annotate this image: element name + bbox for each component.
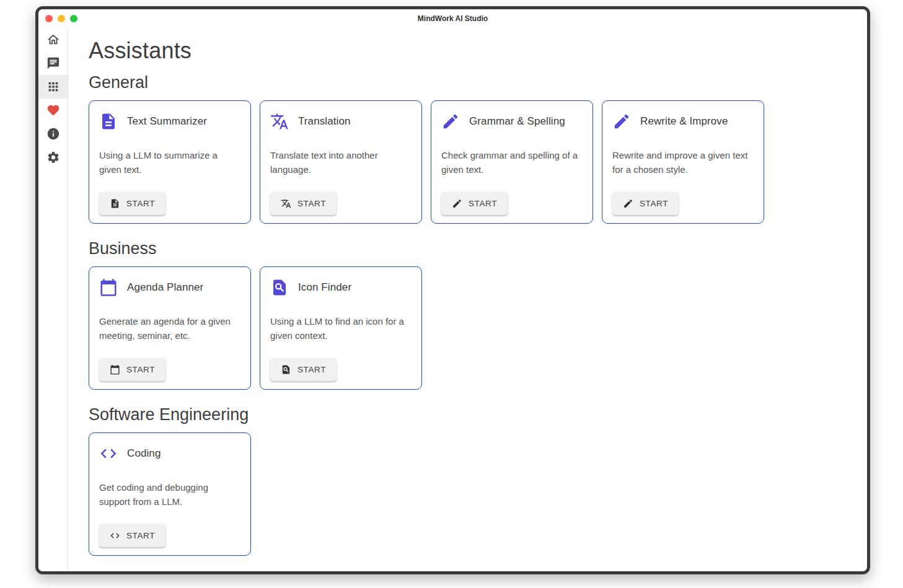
card-title: Grammar & Spelling bbox=[469, 115, 565, 128]
assistant-card-icon-finder: Icon FinderUsing a LLM to find an icon f… bbox=[260, 266, 422, 390]
section-title: Business bbox=[89, 239, 855, 258]
card-title: Icon Finder bbox=[298, 281, 351, 294]
start-button-label: START bbox=[126, 199, 155, 208]
start-button-label: START bbox=[297, 365, 326, 374]
start-button-label: START bbox=[297, 199, 326, 208]
heart-icon bbox=[46, 103, 60, 117]
card-header: Translation bbox=[270, 112, 412, 131]
assistant-card-translation: TranslationTranslate text into another l… bbox=[260, 100, 422, 224]
pencil-icon bbox=[452, 198, 462, 209]
start-button[interactable]: START bbox=[99, 358, 165, 381]
card-header: Rewrite & Improve bbox=[612, 112, 754, 131]
title-bar: MindWork AI Studio bbox=[38, 9, 867, 28]
section-general: GeneralText SummarizerUsing a LLM to sum… bbox=[89, 73, 855, 224]
start-button[interactable]: START bbox=[99, 192, 165, 215]
code-icon bbox=[110, 530, 120, 541]
card-description: Using a LLM to summarize a given text. bbox=[99, 149, 240, 177]
card-description: Rewrite and improve a given text for a c… bbox=[612, 149, 754, 177]
sidebar bbox=[38, 28, 68, 571]
section-title: Software Engineering bbox=[89, 405, 855, 424]
start-button[interactable]: START bbox=[270, 192, 337, 215]
main-content: Assistants GeneralText SummarizerUsing a… bbox=[68, 28, 867, 571]
card-description: Generate an agenda for a given meeting, … bbox=[99, 315, 240, 343]
card-description: Translate text into another language. bbox=[270, 149, 412, 177]
window-title: MindWork AI Studio bbox=[418, 14, 488, 23]
card-header: Agenda Planner bbox=[99, 278, 240, 297]
card-grid: Agenda PlannerGenerate an agenda for a g… bbox=[89, 266, 855, 390]
assistant-card-coding: CodingGet coding and debugging support f… bbox=[89, 432, 251, 556]
assistant-card-agenda-planner: Agenda PlannerGenerate an agenda for a g… bbox=[89, 266, 251, 390]
card-header: Coding bbox=[99, 444, 240, 463]
card-header: Icon Finder bbox=[270, 278, 412, 297]
pencil-icon bbox=[623, 198, 633, 209]
close-button[interactable] bbox=[45, 15, 53, 22]
sidebar-item-settings[interactable] bbox=[38, 146, 68, 169]
home-icon bbox=[46, 33, 60, 46]
start-button-label: START bbox=[640, 199, 668, 208]
assistant-card-text-summarizer: Text SummarizerUsing a LLM to summarize … bbox=[89, 100, 251, 224]
apps-grid-icon bbox=[46, 80, 60, 94]
sidebar-item-assistants[interactable] bbox=[38, 75, 68, 99]
start-button[interactable]: START bbox=[99, 524, 165, 547]
icon-search-icon bbox=[281, 364, 291, 375]
sidebar-item-favorites[interactable] bbox=[38, 99, 68, 122]
card-description: Check grammar and spelling of a given te… bbox=[441, 149, 583, 177]
icon-search-icon bbox=[270, 278, 289, 297]
code-icon bbox=[99, 444, 118, 463]
card-grid: CodingGet coding and debugging support f… bbox=[89, 432, 855, 556]
sidebar-item-chat[interactable] bbox=[38, 51, 68, 75]
sidebar-item-home[interactable] bbox=[38, 28, 68, 51]
gear-icon bbox=[46, 151, 60, 164]
card-grid: Text SummarizerUsing a LLM to summarize … bbox=[89, 100, 855, 224]
start-button[interactable]: START bbox=[270, 358, 337, 381]
pencil-icon bbox=[441, 112, 460, 131]
card-title: Translation bbox=[298, 115, 351, 128]
section-software-engineering: Software EngineeringCodingGet coding and… bbox=[89, 405, 855, 556]
card-title: Agenda Planner bbox=[127, 281, 203, 294]
minimize-button[interactable] bbox=[58, 15, 65, 22]
card-header: Text Summarizer bbox=[99, 112, 240, 131]
calendar-icon bbox=[110, 364, 120, 375]
app-window: MindWork AI Studio Assistants GeneralTex… bbox=[35, 6, 870, 574]
start-button-label: START bbox=[469, 199, 497, 208]
section-business: BusinessAgenda PlannerGenerate an agenda… bbox=[89, 239, 855, 390]
section-title: General bbox=[89, 73, 855, 92]
card-title: Rewrite & Improve bbox=[640, 115, 728, 128]
translate-icon bbox=[281, 198, 291, 209]
document-icon bbox=[110, 198, 120, 209]
calendar-icon bbox=[99, 278, 118, 297]
start-button[interactable]: START bbox=[441, 192, 508, 215]
info-icon bbox=[46, 127, 60, 141]
sidebar-item-about[interactable] bbox=[38, 122, 68, 146]
start-button[interactable]: START bbox=[612, 192, 679, 215]
zoom-button[interactable] bbox=[70, 15, 77, 22]
card-header: Grammar & Spelling bbox=[441, 112, 583, 131]
translate-icon bbox=[270, 112, 289, 131]
document-icon bbox=[99, 112, 118, 131]
card-description: Get coding and debugging support from a … bbox=[99, 481, 240, 509]
sections-container: GeneralText SummarizerUsing a LLM to sum… bbox=[89, 73, 855, 556]
assistant-card-rewrite-improve: Rewrite & ImproveRewrite and improve a g… bbox=[602, 100, 764, 224]
traffic-lights bbox=[45, 15, 77, 22]
card-description: Using a LLM to find an icon for a given … bbox=[270, 315, 412, 343]
start-button-label: START bbox=[126, 531, 155, 540]
page-title: Assistants bbox=[89, 38, 855, 64]
card-title: Text Summarizer bbox=[127, 115, 207, 128]
start-button-label: START bbox=[126, 365, 155, 374]
pencil-icon bbox=[612, 112, 631, 131]
assistant-card-grammar-spelling: Grammar & SpellingCheck grammar and spel… bbox=[431, 100, 593, 224]
chat-icon bbox=[46, 56, 60, 70]
window-body: Assistants GeneralText SummarizerUsing a… bbox=[38, 28, 867, 571]
card-title: Coding bbox=[127, 447, 161, 460]
